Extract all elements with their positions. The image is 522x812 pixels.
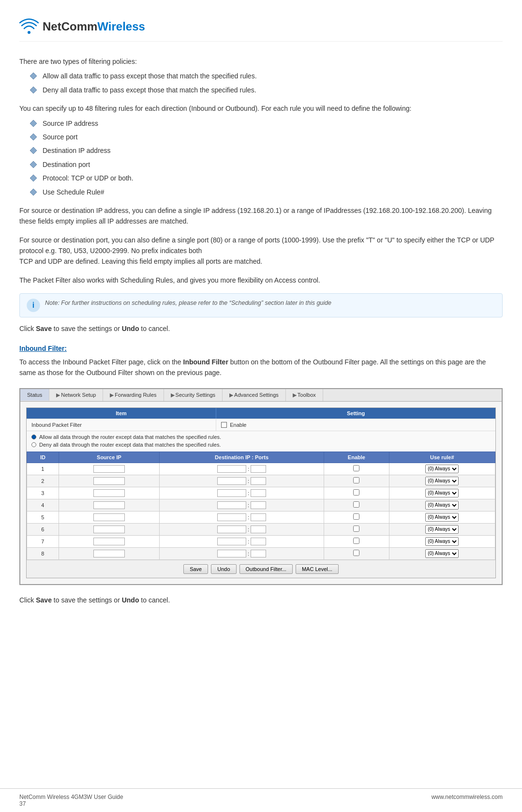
cell-source-ip [59,463,159,475]
svg-marker-1 [30,73,37,79]
rule-select[interactable]: (0) Always [425,477,459,485]
logo-text: NetCommWireless [43,20,145,33]
router-ui-screenshot: Status ▶Network Setup ▶Forwarding Rules … [19,388,503,585]
svg-point-0 [28,31,30,34]
router-content: Item Setting Inbound Packet Filter Enabl… [20,402,502,584]
rule-select[interactable]: (0) Always [425,489,459,497]
cell-rule: (0) Always [389,487,495,499]
cell-enable [324,463,389,475]
enable-row-checkbox[interactable] [353,513,359,520]
source-ip-input[interactable] [93,513,125,521]
svg-marker-3 [30,120,37,127]
enable-row-checkbox[interactable] [353,538,359,544]
col-source-ip: Source IP [59,451,159,463]
dest-ip-input[interactable] [217,550,246,557]
enable-row-checkbox[interactable] [353,550,359,556]
source-ip-input[interactable] [93,550,125,557]
router-button-row: Save Undo Outbound Filter... MAC Level..… [27,560,495,578]
cell-enable [324,535,389,547]
dest-ip-input[interactable] [217,501,246,509]
cell-enable [324,547,389,559]
intro-para4: For source or destination port, you can … [19,235,503,267]
cell-destination: : [160,535,324,547]
save-button[interactable]: Save [183,564,208,574]
enable-row-checkbox[interactable] [353,526,359,532]
svg-marker-6 [30,161,37,168]
nav-network-setup: ▶Network Setup [49,389,103,401]
undo-button[interactable]: Undo [211,564,236,574]
inbound-enable-row: Inbound Packet Filter Enable [27,419,495,431]
svg-text:i: i [32,301,34,309]
rule-select[interactable]: (0) Always [425,549,459,558]
dest-ip-input[interactable] [217,489,246,497]
logo-netcomm: NetComm [43,20,97,33]
dest-port-input[interactable] [251,550,266,557]
cell-enable [324,499,389,511]
dest-port-input[interactable] [251,513,266,521]
dest-ip-input[interactable] [217,477,246,485]
outbound-filter-button[interactable]: Outbound Filter... [239,564,293,574]
radio-deny: Deny all data through the router except … [31,442,491,448]
dest-port-input[interactable] [251,465,266,473]
col-id: ID [27,451,59,463]
cell-source-ip [59,475,159,487]
enable-row-checkbox[interactable] [353,477,359,483]
port-separator: : [248,514,249,520]
mac-level-button[interactable]: MAC Level... [296,564,339,574]
enable-row-checkbox[interactable] [353,501,359,508]
cell-destination: : [160,463,324,475]
intro-para1: There are two types of filtering policie… [19,56,503,95]
rule-select[interactable]: (0) Always [425,525,459,534]
cell-rule: (0) Always [389,463,495,475]
source-ip-input[interactable] [93,477,125,485]
nav-forwarding-rules: ▶Forwarding Rules [103,389,164,401]
table-row: 6 : (0) Always [27,523,495,535]
para4-text: For source or destination port, you can … [19,235,503,267]
dest-port-input[interactable] [251,526,266,533]
cell-id: 6 [27,523,59,535]
cell-id: 1 [27,463,59,475]
dest-port-input[interactable] [251,501,266,509]
source-ip-input[interactable] [93,501,125,509]
dest-port-input[interactable] [251,477,266,485]
cell-rule: (0) Always [389,547,495,559]
radio-deny-label: Deny all data through the router except … [39,442,221,448]
radio-allow-btn[interactable] [31,435,36,439]
source-ip-input[interactable] [93,465,125,473]
radio-deny-btn[interactable] [31,442,36,447]
inbound-filter-para: To access the Inbound Packet Filter page… [19,357,503,378]
cell-rule: (0) Always [389,499,495,511]
bullet-icon-2 [29,86,38,94]
policy-list: Allow all data traffic to pass except th… [19,71,503,95]
dest-port-input[interactable] [251,489,266,497]
rule-select[interactable]: (0) Always [425,537,459,546]
source-ip-input[interactable] [93,538,125,545]
sub-bullet-6: Use Schedule Rule# [29,187,503,197]
para5-text: The Packet Filter also works with Schedu… [19,275,503,286]
dest-port-input[interactable] [251,538,266,545]
inbound-filter-title: Inbound Filter: [19,343,503,354]
rule-select[interactable]: (0) Always [425,513,459,522]
dest-ip-input[interactable] [217,465,246,473]
dest-ip-input[interactable] [217,513,246,521]
cell-rule: (0) Always [389,535,495,547]
bullet-icon-1 [29,72,38,80]
cell-enable [324,523,389,535]
enable-row-checkbox[interactable] [353,465,359,471]
rule-select[interactable]: (0) Always [425,501,459,510]
port-separator: : [248,550,249,556]
logo: NetCommWireless [19,17,145,36]
dest-ip-input[interactable] [217,538,246,545]
dest-ip-input[interactable] [217,526,246,533]
source-ip-input[interactable] [93,489,125,497]
table-row: 2 : (0) Always [27,475,495,487]
rule-select[interactable]: (0) Always [425,465,459,473]
enable-row-checkbox[interactable] [353,489,359,496]
source-ip-input[interactable] [93,526,125,533]
sub-bullet-icon-3 [29,146,38,155]
cell-enable [324,487,389,499]
sub-bullet-list: Source IP address Source port Destinatio… [19,118,503,197]
port-separator: : [248,466,249,471]
enable-checkbox[interactable] [221,422,227,428]
port-separator: : [248,490,249,496]
